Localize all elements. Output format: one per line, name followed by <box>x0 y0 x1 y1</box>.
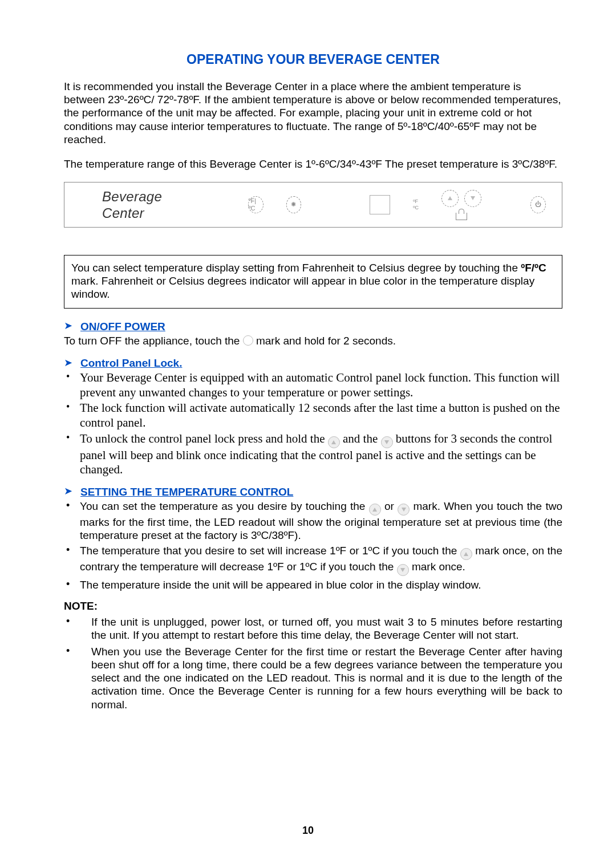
fc-note-box: You can select temperature display setti… <box>64 255 562 309</box>
temp-b1-a: You can set the temperature as you desir… <box>80 500 369 512</box>
page-number: 10 <box>0 825 616 837</box>
intro-paragraph-2: The temperature range of this Beverage C… <box>64 157 562 171</box>
panel-product-label: Beverage Center <box>102 188 197 222</box>
power-text-b: mark and hold for 2 seconds. <box>256 335 396 347</box>
temp-b2-c: mark once. <box>412 561 465 573</box>
light-icon: ✺ <box>286 196 302 213</box>
chevron-icon: ➤ <box>64 320 72 332</box>
fc-note-bold: ºF/ºC <box>521 262 546 274</box>
list-item: If the unit is unplugged, power lost, or… <box>64 615 562 642</box>
temp-b1-b: or <box>384 500 398 512</box>
section-control-panel-lock: Control Panel Lock. <box>80 356 182 370</box>
fc-note-text-b: mark. Fahrenheit or Celsius degrees indi… <box>71 275 534 300</box>
section-on-off-power: ON/OFF POWER <box>80 320 165 333</box>
power-text-a: To turn OFF the appliance, touch the <box>64 335 243 347</box>
deg-c-label: ºC <box>413 205 419 210</box>
control-panel-illustration: Beverage Center ºF|ºC ✺ ºF ºC ⏻ <box>64 182 562 228</box>
note-bullet-list: If the unit is unplugged, power lost, or… <box>64 615 562 711</box>
power-icon: ⏻ <box>530 196 546 213</box>
list-item: To unlock the control panel lock press a… <box>64 432 562 477</box>
deg-f-label: ºF <box>413 199 419 204</box>
up-arrow-icon <box>328 436 340 448</box>
page-title: OPERATING YOUR BEVERAGE CENTER <box>64 51 562 67</box>
note-heading: NOTE: <box>64 599 562 613</box>
chevron-icon: ➤ <box>64 357 72 370</box>
lock-b3-b: and the <box>343 432 380 445</box>
down-arrow-icon <box>397 564 409 576</box>
fc-note-text-a: You can select temperature display setti… <box>71 262 521 274</box>
temp-b2-a: The temperature that you desire to set w… <box>80 545 460 557</box>
power-button-icon <box>243 335 253 346</box>
degree-labels: ºF ºC <box>413 199 419 210</box>
list-item: The temperature that you desire to set w… <box>64 544 562 576</box>
section-setting-temperature: SETTING THE TEMPERATURE CONTROL <box>80 485 293 498</box>
chevron-icon: ➤ <box>64 485 72 498</box>
lock-bullet-list: Your Beverage Center is equipped with an… <box>64 371 562 477</box>
display-window-icon <box>370 195 390 214</box>
list-item: Your Beverage Center is equipped with an… <box>64 371 562 400</box>
up-arrow-icon <box>460 548 472 560</box>
list-item: The lock function will activate automati… <box>64 401 562 430</box>
intro-paragraph-1: It is recommended you install the Bevera… <box>64 80 562 146</box>
down-arrow-icon <box>398 504 410 516</box>
up-arrow-icon <box>369 504 381 516</box>
lock-icon <box>456 213 467 220</box>
fc-toggle-icon: ºF|ºC <box>248 196 264 213</box>
list-item: When you use the Beverage Center for the… <box>64 645 562 711</box>
list-item: You can set the temperature as you desir… <box>64 500 562 542</box>
down-arrow-icon <box>381 436 393 448</box>
up-arrow-icon <box>441 190 459 207</box>
list-item: The temperature inside the unit will be … <box>64 578 562 591</box>
temp-bullet-list: You can set the temperature as you desir… <box>64 500 562 592</box>
down-arrow-icon <box>464 190 481 207</box>
lock-b3-a: To unlock the control panel lock press a… <box>80 432 328 445</box>
